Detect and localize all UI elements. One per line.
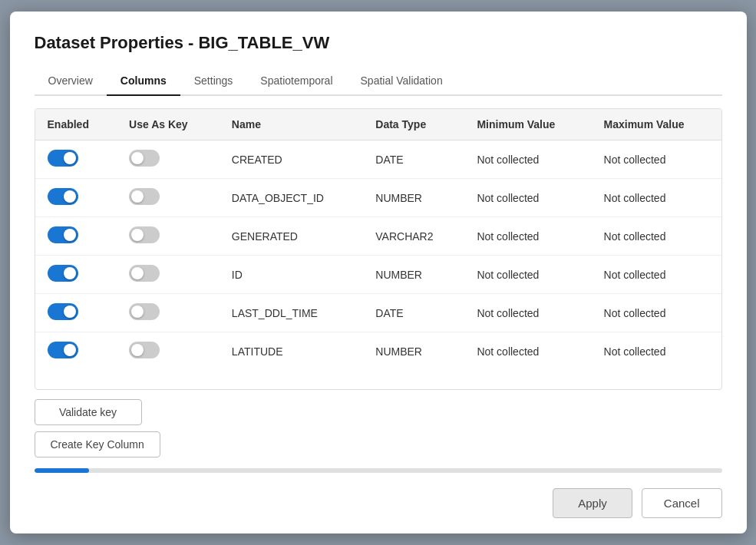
min-value-cell: Not collected bbox=[464, 140, 591, 179]
use-as-key-toggle[interactable] bbox=[129, 226, 160, 243]
enabled-cell bbox=[35, 256, 117, 294]
data-type-cell: NUMBER bbox=[363, 179, 464, 217]
footer-buttons: Apply Cancel bbox=[35, 488, 722, 518]
data-type-cell: VARCHAR2 bbox=[363, 217, 464, 256]
column-name-cell: GENERATED bbox=[220, 217, 363, 256]
enabled-toggle[interactable] bbox=[48, 226, 78, 243]
toggle-knob bbox=[64, 229, 76, 241]
modal-body: EnabledUse As KeyNameData TypeMinimum Va… bbox=[10, 96, 747, 390]
max-value-cell: Not collected bbox=[592, 294, 721, 332]
use-as-key-toggle[interactable] bbox=[129, 265, 160, 282]
column-name-cell: LATITUDE bbox=[220, 332, 363, 371]
columns-table: EnabledUse As KeyNameData TypeMinimum Va… bbox=[35, 109, 721, 370]
toggle-knob bbox=[131, 152, 144, 164]
use-as-key-cell bbox=[117, 217, 220, 256]
toggle-knob bbox=[131, 229, 144, 241]
table-row: LAST_DDL_TIMEDATENot collectedNot collec… bbox=[35, 294, 721, 332]
column-header-name: Name bbox=[220, 109, 363, 140]
backdrop: Dataset Properties - BIG_TABLE_VW Overvi… bbox=[0, 0, 756, 545]
validate-key-button[interactable]: Validate key bbox=[35, 399, 142, 425]
use-as-key-cell bbox=[117, 179, 220, 217]
max-value-cell: Not collected bbox=[592, 179, 721, 217]
table-row: GENERATEDVARCHAR2Not collectedNot collec… bbox=[35, 217, 721, 256]
data-type-cell: NUMBER bbox=[363, 256, 464, 294]
progress-bar-fill bbox=[35, 468, 90, 473]
modal-title: Dataset Properties - BIG_TABLE_VW bbox=[35, 33, 722, 53]
enabled-toggle[interactable] bbox=[48, 303, 78, 320]
toggle-knob bbox=[64, 306, 76, 318]
footer-row: Validate key Create Key Column bbox=[35, 399, 722, 457]
use-as-key-toggle[interactable] bbox=[129, 342, 160, 358]
enabled-toggle[interactable] bbox=[48, 265, 78, 282]
column-header-data-type: Data Type bbox=[363, 109, 464, 140]
enabled-cell bbox=[35, 140, 117, 179]
column-header-use-as-key: Use As Key bbox=[117, 109, 220, 140]
table-body: CREATEDDATENot collectedNot collectedDAT… bbox=[35, 140, 721, 371]
tab-spatial-validation[interactable]: Spatial Validation bbox=[347, 67, 457, 96]
apply-button[interactable]: Apply bbox=[553, 488, 632, 518]
column-name-cell: ID bbox=[220, 256, 363, 294]
data-type-cell: NUMBER bbox=[363, 332, 464, 371]
min-value-cell: Not collected bbox=[464, 256, 591, 294]
max-value-cell: Not collected bbox=[592, 332, 721, 371]
max-value-cell: Not collected bbox=[592, 256, 721, 294]
data-type-cell: DATE bbox=[363, 140, 464, 179]
modal-dialog: Dataset Properties - BIG_TABLE_VW Overvi… bbox=[10, 12, 747, 533]
table-row: DATA_OBJECT_IDNUMBERNot collectedNot col… bbox=[35, 179, 721, 217]
table-row: IDNUMBERNot collectedNot collected bbox=[35, 256, 721, 294]
column-header-maximum-value: Maximum Value bbox=[592, 109, 721, 140]
enabled-cell bbox=[35, 217, 117, 256]
max-value-cell: Not collected bbox=[592, 217, 721, 256]
min-value-cell: Not collected bbox=[464, 332, 591, 371]
use-as-key-toggle[interactable] bbox=[129, 150, 160, 167]
min-value-cell: Not collected bbox=[464, 294, 591, 332]
use-as-key-cell bbox=[117, 332, 220, 371]
toggle-knob bbox=[64, 267, 76, 279]
enabled-cell bbox=[35, 179, 117, 217]
tab-settings[interactable]: Settings bbox=[180, 67, 247, 96]
enabled-cell bbox=[35, 294, 117, 332]
progress-bar-container bbox=[35, 468, 722, 473]
toggle-knob bbox=[131, 306, 144, 318]
modal-footer: Validate key Create Key Column Apply Can… bbox=[10, 390, 747, 533]
enabled-cell bbox=[35, 332, 117, 371]
tab-overview[interactable]: Overview bbox=[35, 67, 107, 96]
column-name-cell: LAST_DDL_TIME bbox=[220, 294, 363, 332]
max-value-cell: Not collected bbox=[592, 140, 721, 179]
toggle-knob bbox=[131, 344, 144, 356]
table-row: LATITUDENUMBERNot collectedNot collected bbox=[35, 332, 721, 371]
toggle-knob bbox=[64, 190, 76, 203]
table-header-row: EnabledUse As KeyNameData TypeMinimum Va… bbox=[35, 109, 721, 140]
column-header-minimum-value: Minimum Value bbox=[464, 109, 591, 140]
tab-bar: OverviewColumnsSettingsSpatiotemporalSpa… bbox=[35, 67, 722, 96]
enabled-toggle[interactable] bbox=[48, 150, 78, 167]
table-row: CREATEDDATENot collectedNot collected bbox=[35, 140, 721, 179]
use-as-key-cell bbox=[117, 140, 220, 179]
use-as-key-toggle[interactable] bbox=[129, 188, 160, 205]
create-key-column-button[interactable]: Create Key Column bbox=[35, 431, 160, 457]
footer-left-actions: Validate key Create Key Column bbox=[35, 399, 160, 457]
use-as-key-toggle[interactable] bbox=[129, 303, 160, 320]
min-value-cell: Not collected bbox=[464, 217, 591, 256]
enabled-toggle[interactable] bbox=[48, 188, 78, 205]
use-as-key-cell bbox=[117, 256, 220, 294]
column-name-cell: DATA_OBJECT_ID bbox=[220, 179, 363, 217]
data-type-cell: DATE bbox=[363, 294, 464, 332]
toggle-knob bbox=[131, 190, 144, 203]
tab-spatiotemporal[interactable]: Spatiotemporal bbox=[246, 67, 346, 96]
toggle-knob bbox=[64, 152, 76, 164]
column-name-cell: CREATED bbox=[220, 140, 363, 179]
cancel-button[interactable]: Cancel bbox=[642, 488, 722, 518]
toggle-knob bbox=[131, 267, 144, 279]
column-header-enabled: Enabled bbox=[35, 109, 117, 140]
enabled-toggle[interactable] bbox=[48, 342, 78, 358]
columns-table-container[interactable]: EnabledUse As KeyNameData TypeMinimum Va… bbox=[35, 108, 722, 390]
tab-columns[interactable]: Columns bbox=[107, 67, 180, 96]
use-as-key-cell bbox=[117, 294, 220, 332]
toggle-knob bbox=[64, 344, 76, 356]
modal-header: Dataset Properties - BIG_TABLE_VW Overvi… bbox=[10, 12, 747, 96]
min-value-cell: Not collected bbox=[464, 179, 591, 217]
